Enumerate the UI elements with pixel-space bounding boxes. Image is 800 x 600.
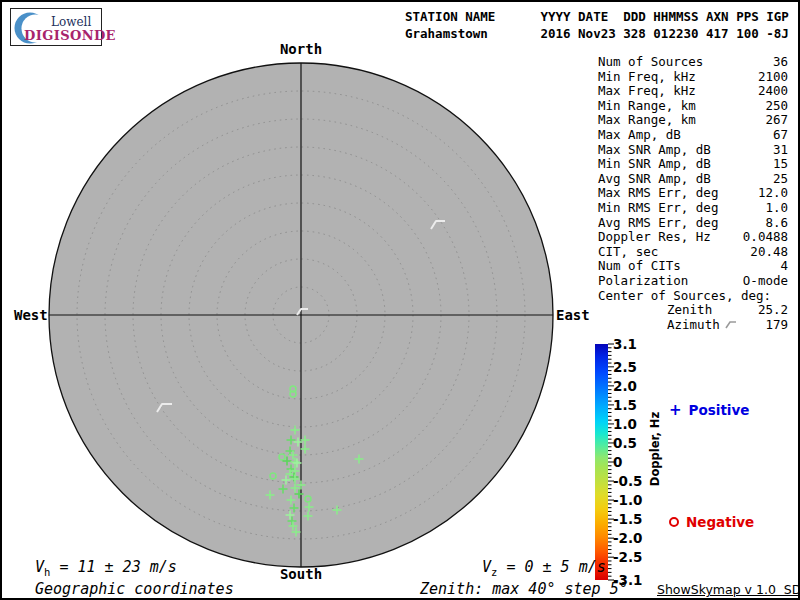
stat-value: 1.0: [765, 201, 788, 216]
stat-label: Min RMS Err, deg: [598, 201, 718, 216]
stat-value: 12.0: [758, 186, 788, 201]
center-of-sources-header: Center of Sources, deg:: [598, 289, 788, 304]
coordinate-system-label: Geographic coordinates: [35, 580, 234, 598]
stat-value: 250: [765, 99, 788, 114]
stat-label: Avg SNR Amp, dB: [598, 172, 711, 187]
stat-value: 36: [773, 55, 788, 70]
compass-west-label: West: [14, 307, 48, 323]
stat-value: 20.48: [750, 245, 788, 260]
stat-label: Max Freq, kHz: [598, 84, 696, 99]
stat-label: Avg RMS Err, deg: [598, 216, 718, 231]
stat-row: Avg RMS Err, deg8.6: [598, 216, 788, 231]
lowell-digisonde-logo: Lowell DIGISONDE: [10, 8, 102, 46]
azimuth-arrow-icon: [724, 319, 737, 330]
ring-marker-icon: [669, 517, 679, 527]
stat-value: 8.6: [765, 216, 788, 231]
stat-label: Max RMS Err, deg: [598, 186, 718, 201]
header-station-values: Grahamstown 2016 Nov23 328 012230 417 10…: [405, 26, 789, 42]
stat-label: Max SNR Amp, dB: [598, 143, 711, 158]
logo-lowell-text: Lowell: [51, 15, 91, 29]
colorbar-tick-label: -1.0: [613, 492, 643, 508]
stat-row: Azimuth179: [598, 318, 788, 333]
compass-south-label: South: [280, 566, 322, 582]
stat-row: Max SNR Amp, dB31: [598, 143, 788, 158]
stat-label: Polarization: [598, 274, 688, 289]
compass-north-label: North: [280, 41, 322, 57]
compass-east-label: East: [556, 307, 590, 323]
stat-row: Max Range, km267: [598, 113, 788, 128]
measurement-stats-panel: Num of Sources36Min Freq, kHz2100Max Fre…: [598, 55, 788, 332]
colorbar-tick-label: 1.5: [613, 397, 637, 413]
doppler-colorbar: [595, 344, 608, 580]
colorbar-tick-label: -0.5: [613, 473, 643, 489]
stat-label: Azimuth: [598, 318, 737, 333]
colorbar-tick-label: -1.5: [613, 511, 643, 527]
stat-row: Zenith25.2: [598, 303, 788, 318]
colorbar-tick-label: -2.0: [613, 530, 643, 546]
stat-label: Max Range, km: [598, 113, 696, 128]
stat-row: PolarizationO-mode: [598, 274, 788, 289]
colorbar-tick-label: 0.5: [613, 435, 637, 451]
colorbar-tick-label: 2.5: [613, 359, 637, 375]
stat-label: Doppler Res, Hz: [598, 230, 711, 245]
negative-legend-label: Negative: [686, 514, 754, 530]
stat-value: 25.2: [758, 303, 788, 318]
vertical-velocity-readout: Vz = 0 ± 5 m/s: [482, 558, 606, 578]
stat-row: Min RMS Err, deg1.0: [598, 201, 788, 216]
positive-legend-label: Positive: [689, 402, 750, 418]
stat-label: Min Range, km: [598, 99, 696, 114]
plus-marker-icon: +: [669, 404, 682, 417]
colorbar-tick-label: 0: [613, 454, 622, 470]
positive-doppler-legend: + Positive: [669, 402, 749, 418]
stat-row: Max Amp, dB67: [598, 128, 788, 143]
negative-doppler-legend: Negative: [669, 514, 754, 530]
stat-row: Min Freq, kHz2100: [598, 70, 788, 85]
stat-value: 4: [780, 259, 788, 274]
stat-label: Max Amp, dB: [598, 128, 681, 143]
horizontal-velocity-readout: Vh = 11 ± 23 m/s: [35, 558, 177, 578]
stat-row: Avg SNR Amp, dB25: [598, 172, 788, 187]
stat-row: Max RMS Err, deg12.0: [598, 186, 788, 201]
stat-label: Num of Sources: [598, 55, 703, 70]
header-column-titles: STATION NAME YYYY DATE DDD HHMMSS AXN PP…: [405, 9, 789, 25]
stat-row: Num of Sources36: [598, 55, 788, 70]
colorbar-tick-label: 3.1: [613, 336, 637, 352]
stat-row: Max Freq, kHz2400: [598, 84, 788, 99]
stat-value: 67: [773, 128, 788, 143]
stat-value: 25: [773, 172, 788, 187]
stat-value: 2400: [758, 84, 788, 99]
stat-value: 31: [773, 143, 788, 158]
stat-label: Zenith: [598, 303, 712, 318]
stat-row: Doppler Res, Hz0.0488: [598, 230, 788, 245]
colorbar-tick-label: 2.0: [613, 378, 637, 394]
stat-label: Min Freq, kHz: [598, 70, 696, 85]
colorbar-axis-title: Doppler, Hz: [648, 412, 662, 486]
stat-row: Min Range, km250: [598, 99, 788, 114]
stat-value: O-mode: [743, 274, 788, 289]
stat-row: Num of CITs4: [598, 259, 788, 274]
stat-label: CIT, sec: [598, 245, 658, 260]
colorbar-tick-label: 1.0: [613, 416, 637, 432]
stat-value: 179: [765, 318, 788, 333]
showskymap-window: Lowell DIGISONDE STATION NAME YYYY DATE …: [0, 0, 800, 600]
stat-label: Min SNR Amp, dB: [598, 157, 711, 172]
stat-value: 15: [773, 157, 788, 172]
stat-value: 0.0488: [743, 230, 788, 245]
zenith-range-label: Zenith: max 40° step 5°: [420, 580, 628, 598]
stat-row: Min SNR Amp, dB15: [598, 157, 788, 172]
colorbar-tick-label: -2.5: [613, 549, 643, 565]
logo-digisonde-text: DIGISONDE: [24, 28, 116, 43]
stat-label: Num of CITs: [598, 259, 681, 274]
software-version-label: ShowSkymap v 1.0 SD v 5.1: [657, 582, 800, 597]
stat-value: 267: [765, 113, 788, 128]
stat-row: CIT, sec20.48: [598, 245, 788, 260]
stat-value: 2100: [758, 70, 788, 85]
